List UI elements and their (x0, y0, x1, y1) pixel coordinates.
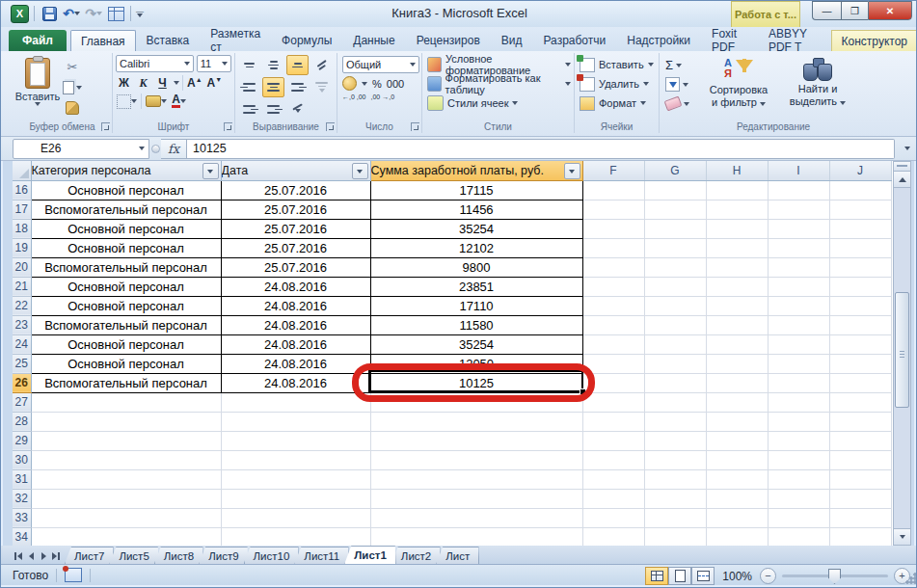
row-number[interactable]: 23 (13, 315, 31, 334)
cell-empty[interactable] (829, 200, 891, 219)
cell-category[interactable]: Вспомогательный персонал (31, 315, 221, 334)
cell-empty[interactable] (706, 296, 768, 315)
cell-empty[interactable] (582, 431, 644, 450)
cell-empty[interactable] (829, 450, 891, 469)
sheet-tab[interactable]: Лист2 (391, 547, 441, 564)
grow-font-button[interactable]: А▲ (186, 75, 203, 91)
row-number[interactable]: 17 (13, 200, 31, 219)
cell-empty[interactable] (829, 277, 891, 296)
cell-empty[interactable] (706, 238, 768, 257)
cell-category[interactable]: Основной персонал (31, 354, 221, 373)
comma-style-button[interactable]: 000 (387, 78, 404, 90)
cell-empty[interactable] (768, 450, 829, 469)
cell-sum[interactable]: 11580 (370, 315, 582, 334)
cell-sum[interactable]: 17110 (370, 296, 582, 315)
font-size-combo[interactable]: 11 (197, 55, 231, 72)
cell-empty[interactable] (829, 489, 891, 508)
cell-empty[interactable] (768, 489, 829, 508)
paste-button[interactable]: Вставить (15, 55, 60, 120)
cell-category[interactable] (31, 431, 221, 450)
cell-empty[interactable] (706, 180, 768, 200)
cell-empty[interactable] (768, 354, 829, 373)
cell-date[interactable]: 25.07.2016 (221, 257, 370, 277)
cell-sum[interactable]: 35254 (370, 334, 582, 354)
minimize-button[interactable]: — (812, 1, 841, 20)
dialog-launcher-icon[interactable] (101, 122, 110, 131)
sheet-tab[interactable]: Лист11 (294, 547, 349, 564)
dialog-launcher-icon[interactable] (411, 122, 419, 131)
format-as-table-button[interactable]: Форматировать как таблицу (425, 74, 571, 94)
column-header-H[interactable]: H (706, 161, 768, 180)
cell-category[interactable]: Основной персонал (31, 296, 221, 315)
cell-sum[interactable]: 17115 (370, 180, 582, 200)
cell-empty[interactable] (829, 527, 891, 547)
restore-button[interactable]: ❐ (841, 1, 868, 20)
cell-empty[interactable] (829, 373, 891, 392)
cell-empty[interactable] (644, 354, 706, 373)
macro-record-icon[interactable] (65, 568, 82, 582)
cell-empty[interactable] (582, 354, 644, 373)
bold-button[interactable]: Ж (116, 75, 132, 91)
cell-category[interactable] (31, 392, 221, 412)
cell-empty[interactable] (644, 200, 706, 219)
tab-insert[interactable]: Вставка (136, 29, 201, 51)
shrink-font-button[interactable]: А▼ (206, 75, 224, 91)
cell-date[interactable] (221, 489, 370, 508)
sheet-tab-active[interactable]: Лист1 (344, 546, 396, 564)
cell-empty[interactable] (768, 469, 829, 489)
cell-empty[interactable] (706, 315, 768, 334)
cell-empty[interactable] (829, 392, 891, 412)
insert-function-button[interactable]: fx (161, 139, 187, 159)
delete-cells-button[interactable]: Удалить (578, 74, 656, 94)
cell-empty[interactable] (768, 412, 829, 431)
page-break-view-button[interactable] (691, 567, 715, 585)
format-cells-button[interactable]: Формат (578, 94, 656, 113)
merge-center-button[interactable] (310, 77, 333, 97)
filter-icon[interactable] (564, 163, 580, 179)
last-sheet-button[interactable] (50, 549, 62, 562)
format-painter-button[interactable] (60, 99, 85, 116)
tab-foxit-pdf[interactable]: Foxit PDF (701, 29, 758, 51)
font-color-button[interactable]: А (171, 94, 187, 109)
percent-style-button[interactable]: % (372, 78, 382, 90)
cell-empty[interactable] (706, 334, 768, 354)
row-number[interactable]: 33 (13, 508, 31, 527)
cell-empty[interactable] (706, 527, 768, 547)
fill-button[interactable] (662, 76, 699, 93)
row-number[interactable]: 18 (13, 219, 31, 238)
cell-empty[interactable] (582, 200, 644, 219)
cell-empty[interactable] (582, 334, 644, 354)
italic-button[interactable]: К (135, 75, 151, 91)
cell-date[interactable]: 24.08.2016 (221, 334, 370, 354)
cell-empty[interactable] (706, 489, 768, 508)
cell-empty[interactable] (829, 469, 891, 489)
cell-empty[interactable] (644, 489, 706, 508)
cell-styles-button[interactable]: Стили ячеек (425, 94, 571, 113)
vertical-scroll-thumb[interactable] (895, 292, 909, 408)
cell-empty[interactable] (582, 412, 644, 431)
row-number[interactable]: 29 (13, 431, 31, 450)
cell-sum[interactable] (370, 527, 582, 547)
font-family-combo[interactable]: Calibri (116, 55, 194, 72)
align-bottom-button[interactable] (286, 55, 309, 75)
increase-decimal-button[interactable]: ←,0 ,00 (342, 94, 366, 100)
cell-empty[interactable] (582, 373, 644, 392)
cell-date[interactable]: 24.08.2016 (221, 354, 370, 373)
sheet-tab[interactable]: Лист10 (244, 547, 300, 564)
cell-date[interactable] (221, 450, 370, 469)
cell-empty[interactable] (644, 315, 706, 334)
cell-category[interactable] (31, 412, 221, 431)
cell-empty[interactable] (768, 392, 829, 412)
cut-button[interactable]: ✂ (60, 59, 85, 75)
clear-button[interactable] (662, 95, 699, 112)
cell-empty[interactable] (829, 508, 891, 527)
sheet-tab[interactable]: Лист7 (65, 547, 114, 564)
cell-category[interactable]: Основной персонал (31, 334, 221, 354)
zoom-slider-track[interactable] (782, 575, 888, 577)
cell-sum[interactable]: 12102 (370, 238, 582, 257)
conditional-formatting-button[interactable]: Условное форматирование (425, 55, 571, 74)
number-format-combo[interactable]: Общий (342, 56, 419, 73)
cell-date[interactable]: 24.08.2016 (221, 315, 370, 334)
filter-icon[interactable] (202, 163, 219, 179)
orientation-button[interactable] (310, 55, 333, 75)
